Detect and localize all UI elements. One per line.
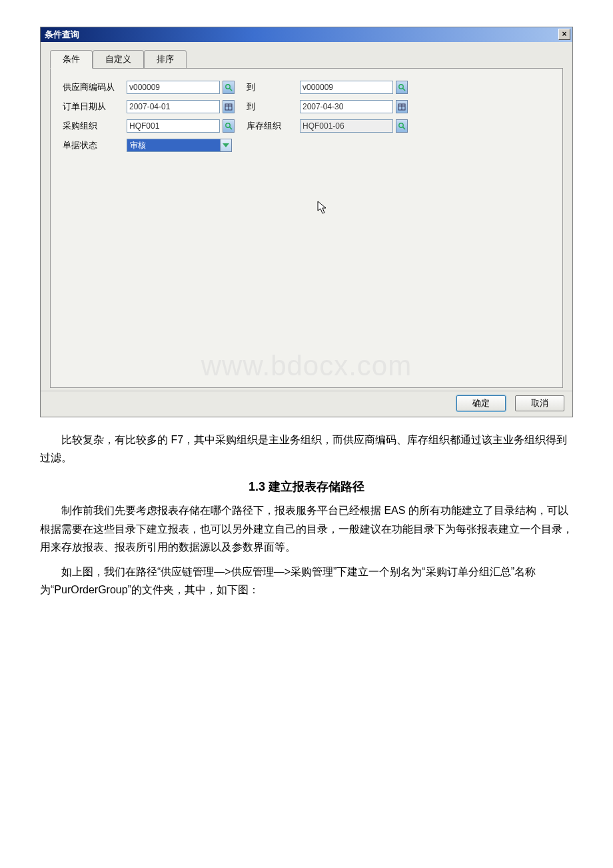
dialog-title: 条件查询 (45, 29, 79, 39)
row-date: 订单日期从 到 (63, 97, 550, 115)
purchase-org-picker-icon[interactable] (223, 119, 235, 133)
dialog-footer: 确定 取消 (41, 391, 572, 417)
ok-button[interactable]: 确定 (456, 395, 506, 411)
date-from-input[interactable] (127, 100, 220, 113)
svg-point-12 (399, 123, 403, 127)
status-dropdown[interactable]: 审核 (127, 139, 232, 152)
paragraph-2: 制作前我们先要考虑报表存储在哪个路径下，报表服务平台已经根据 EAS 的所有功能… (40, 501, 573, 556)
storage-org-label: 库存组织 (237, 120, 297, 132)
chevron-down-icon[interactable] (220, 139, 232, 152)
dialog-body: 条件 自定义 排序 供应商编码从 到 订单日期从 (41, 42, 572, 391)
watermark: www.bdocx.com (51, 350, 562, 382)
svg-line-11 (230, 127, 233, 129)
tab-customize[interactable]: 自定义 (93, 50, 144, 69)
supplier-from-input[interactable] (127, 81, 220, 94)
cursor-icon (317, 201, 329, 217)
supplier-from-picker-icon[interactable] (223, 81, 235, 94)
row-supplier: 供应商编码从 到 (63, 78, 550, 96)
dialog-titlebar[interactable]: 条件查询 × (41, 27, 572, 42)
row-org: 采购组织 库存组织 (63, 117, 550, 135)
paragraph-1: 比较复杂，有比较多的 F7，其中采购组织是主业务组织，而供应商编码、库存组织都通… (40, 431, 573, 467)
svg-line-1 (230, 88, 233, 91)
storage-org-picker-icon[interactable] (396, 119, 408, 133)
purchase-org-label: 采购组织 (63, 120, 124, 132)
date-to-label: 到 (237, 101, 297, 113)
conditions-panel: 供应商编码从 到 订单日期从 到 (50, 68, 563, 388)
svg-line-3 (403, 88, 406, 91)
svg-point-2 (399, 84, 403, 88)
storage-org-input[interactable] (300, 119, 393, 133)
svg-point-10 (226, 123, 230, 127)
purchase-org-input[interactable] (127, 119, 220, 133)
supplier-to-picker-icon[interactable] (396, 81, 408, 94)
cancel-button[interactable]: 取消 (515, 395, 564, 411)
svg-line-13 (403, 127, 406, 129)
supplier-from-label: 供应商编码从 (63, 81, 124, 93)
query-dialog: 条件查询 × 条件 自定义 排序 供应商编码从 到 订单日期从 (40, 27, 573, 417)
supplier-to-label: 到 (237, 81, 297, 93)
svg-point-0 (226, 84, 230, 88)
row-status: 单据状态 审核 (63, 136, 550, 154)
date-from-label: 订单日期从 (63, 101, 124, 113)
date-to-input[interactable] (300, 100, 393, 113)
supplier-to-input[interactable] (300, 81, 393, 94)
tab-sort[interactable]: 排序 (144, 50, 187, 69)
section-heading: 1.3 建立报表存储路径 (40, 479, 573, 495)
tabbar: 条件 自定义 排序 (50, 50, 563, 69)
date-from-calendar-icon[interactable] (223, 100, 235, 113)
svg-marker-14 (223, 143, 229, 147)
date-to-calendar-icon[interactable] (396, 100, 408, 113)
status-value: 审核 (127, 139, 220, 152)
close-button[interactable]: × (558, 29, 570, 40)
paragraph-3: 如上图，我们在路径“供应链管理—>供应管理—>采购管理”下建立一个别名为“采购订… (40, 563, 573, 599)
tab-conditions[interactable]: 条件 (50, 50, 93, 69)
status-label: 单据状态 (63, 139, 124, 151)
